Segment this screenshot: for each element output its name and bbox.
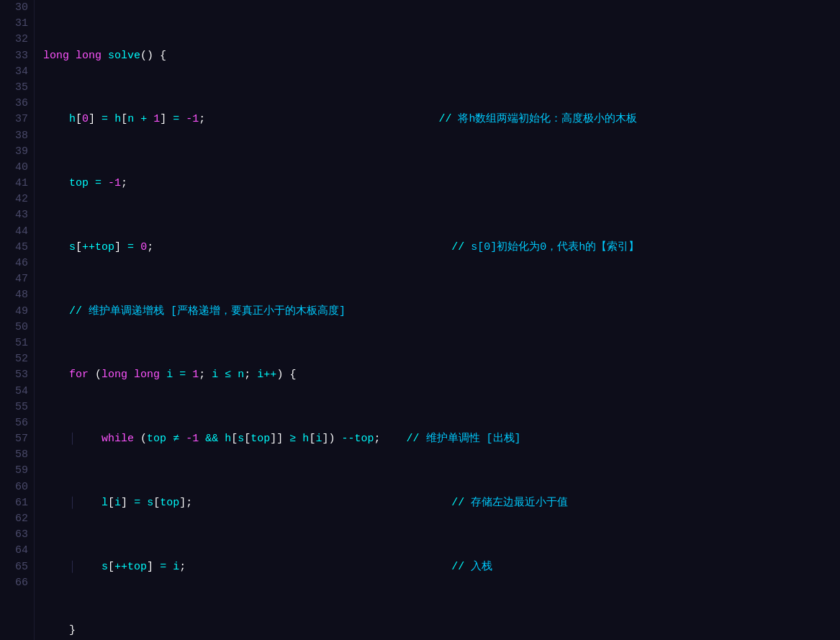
ln-33: 33 — [6, 48, 28, 64]
code-text[interactable]: long long solve() { h[0] = h[n + 1] = -1… — [35, 0, 840, 640]
code-line-36: │ while (top ≠ -1 && h[s[top]] ≥ h[i]) -… — [43, 431, 840, 447]
ln-54: 54 — [6, 384, 28, 400]
ln-53: 53 — [6, 367, 28, 383]
ln-46: 46 — [6, 256, 28, 271]
code-line-35: for (long long i = 1; i ≤ n; i++) { — [43, 367, 840, 383]
ln-42: 42 — [6, 191, 28, 207]
ln-56: 56 — [6, 415, 28, 431]
ln-63: 63 — [6, 527, 28, 543]
ln-60: 60 — [6, 479, 28, 495]
ln-59: 59 — [6, 463, 28, 479]
ln-66: 66 — [6, 575, 28, 591]
ln-44: 44 — [6, 224, 28, 240]
ln-64: 64 — [6, 543, 28, 559]
ln-34: 34 — [6, 64, 28, 80]
ln-30: 30 — [6, 0, 28, 16]
ln-65: 65 — [6, 559, 28, 575]
ln-41: 41 — [6, 176, 28, 191]
code-line-38: │ s[++top] = i; // 入栈 — [43, 559, 840, 575]
ln-31: 31 — [6, 16, 28, 32]
ln-51: 51 — [6, 335, 28, 351]
ln-62: 62 — [6, 511, 28, 527]
code-line-32: top = -1; — [43, 176, 840, 191]
ln-57: 57 — [6, 431, 28, 447]
ln-35: 35 — [6, 80, 28, 96]
ln-58: 58 — [6, 447, 28, 463]
ln-48: 48 — [6, 287, 28, 303]
code-editor: 30 31 32 33 34 35 36 37 38 39 40 41 42 4… — [0, 0, 840, 640]
ln-32: 32 — [6, 32, 28, 48]
ln-55: 55 — [6, 400, 28, 415]
ln-38: 38 — [6, 128, 28, 144]
ln-50: 50 — [6, 320, 28, 335]
ln-49: 49 — [6, 304, 28, 320]
code-line-33: s[++top] = 0; // s[0]初始化为0，代表h的【索引】 — [43, 240, 840, 256]
code-line-37: │ l[i] = s[top]; // 存储左边最近小于值 — [43, 495, 840, 511]
ln-52: 52 — [6, 351, 28, 367]
ln-36: 36 — [6, 96, 28, 112]
code-line-31: h[0] = h[n + 1] = -1; // 将h数组两端初始化：高度极小的… — [43, 112, 840, 127]
ln-39: 39 — [6, 144, 28, 160]
ln-45: 45 — [6, 240, 28, 256]
code-line-30: long long solve() { — [43, 48, 840, 64]
ln-43: 43 — [6, 207, 28, 223]
line-numbers: 30 31 32 33 34 35 36 37 38 39 40 41 42 4… — [0, 0, 35, 640]
code-line-34: // 维护单调递增栈 [严格递增，要真正小于的木板高度] — [43, 304, 840, 320]
ln-40: 40 — [6, 160, 28, 176]
ln-37: 37 — [6, 112, 28, 127]
ln-47: 47 — [6, 271, 28, 287]
ln-61: 61 — [6, 495, 28, 511]
code-line-39: } — [43, 623, 840, 639]
